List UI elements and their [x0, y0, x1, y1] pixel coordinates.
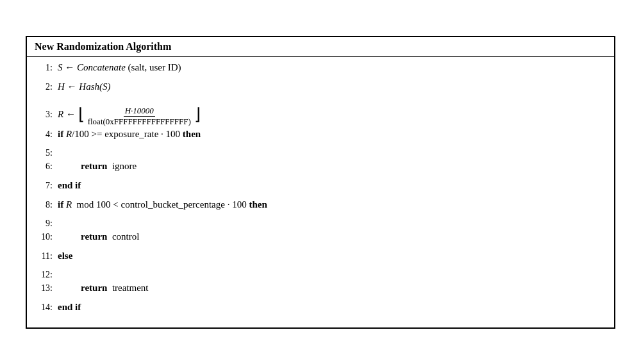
line13-space	[107, 283, 112, 294]
line-13: 13: return treatment	[35, 283, 606, 302]
line8-if: if	[58, 199, 63, 210]
line-num-4: 4:	[35, 129, 53, 140]
line4-100: 100	[166, 129, 183, 140]
line10-space	[107, 231, 112, 242]
line-7: 7: end if	[35, 180, 606, 199]
algorithm-title: New Randomization Algorithm	[27, 37, 614, 57]
line-1-content: S ← Concatenate (salt, user ID)	[58, 62, 181, 73]
line-8: 8: if R mod 100 < control_bucket_percent…	[35, 199, 606, 219]
line11-else: else	[58, 251, 72, 261]
floor-left-bracket: ⌊	[78, 106, 85, 123]
line13-val: treatment	[112, 283, 149, 294]
line-11-content: else	[58, 251, 72, 261]
line2-H: H	[58, 81, 65, 92]
line6-space	[107, 161, 112, 172]
line13-return: return	[81, 283, 107, 294]
line-3-content: R ← ⌊ H·10000 float(0xFFFFFFFFFFFFFFFF) …	[58, 104, 201, 124]
line-4-content: if R /100 >= exposure_rate · 100 then	[58, 129, 201, 140]
line-num-9: 9:	[35, 219, 53, 229]
floor-expression: ⌊ H·10000 float(0xFFFFFFFFFFFFFFFF) ⌋	[78, 104, 201, 125]
line-1: 1: S ← Concatenate (salt, user ID)	[35, 62, 606, 81]
line-2-content: H ← Hash(S)	[58, 81, 111, 92]
line4-if: if	[58, 129, 63, 140]
line8-100: 100	[232, 199, 249, 210]
line-num-1: 1:	[35, 63, 53, 73]
line-num-8: 8:	[35, 200, 53, 210]
line1-args: (salt, user ID)	[126, 62, 181, 73]
line-num-6: 6:	[35, 161, 53, 172]
line10-return: return	[81, 231, 107, 242]
floor-right-bracket: ⌋	[194, 106, 201, 123]
line-4: 4: if R /100 >= exposure_rate · 100 then	[35, 129, 606, 148]
line-8-content: if R mod 100 < control_bucket_percentage…	[58, 199, 267, 210]
algorithm-box: New Randomization Algorithm 1: S ← Conca…	[26, 36, 615, 329]
line10-val: control	[112, 231, 140, 242]
line-3: 3: R ← ⌊ H·10000 float(0xFFFFFFFFFFFFFFF…	[35, 101, 606, 129]
line-num-10: 10:	[35, 232, 53, 242]
line2-fn: Hash(S)	[79, 81, 110, 92]
line-14-content: end if	[58, 302, 81, 313]
line-14: 14: end if	[35, 302, 606, 321]
fraction: H·10000 float(0xFFFFFFFFFFFFFFFF)	[87, 106, 192, 126]
line-num-2: 2:	[35, 82, 53, 92]
line-9: 9:	[35, 219, 606, 231]
line-5: 5:	[35, 148, 606, 161]
line-num-13: 13:	[35, 283, 53, 294]
line14-end: end if	[58, 302, 81, 313]
line4-R: R	[66, 129, 72, 140]
line-num-3: 3:	[35, 110, 53, 120]
line1-S: S	[58, 62, 63, 73]
line4-dot: ·	[158, 129, 165, 140]
line-num-5: 5:	[35, 148, 53, 158]
line-10-content: return control	[81, 231, 139, 242]
line-13-content: return treatment	[81, 283, 149, 294]
line-10: 10: return control	[35, 231, 606, 251]
fraction-denominator: float(0xFFFFFFFFFFFFFFFF)	[87, 117, 192, 127]
line4-then: then	[183, 129, 201, 140]
line-num-11: 11:	[35, 251, 53, 261]
line8-cond: mod 100 < control_bucket_percentage	[72, 199, 225, 210]
line-6: 6: return ignore	[35, 161, 606, 180]
line-2: 2: H ← Hash(S)	[35, 81, 606, 101]
line3-R: R	[58, 109, 63, 120]
line8-then: then	[249, 199, 267, 210]
line-num-14: 14:	[35, 302, 53, 313]
line1-arrow: ←	[63, 62, 78, 73]
fraction-numerator: H·10000	[124, 106, 155, 117]
line1-fn: Concatenate	[77, 62, 126, 73]
line-num-7: 7:	[35, 181, 53, 191]
line-7-content: end if	[58, 180, 81, 191]
line2-arrow: ←	[65, 81, 79, 92]
algorithm-body: 1: S ← Concatenate (salt, user ID) 2: H …	[27, 57, 614, 327]
line7-end: end if	[58, 180, 81, 191]
line-12: 12:	[35, 270, 606, 283]
line-11: 11: else	[35, 251, 606, 270]
line8-dot: ·	[225, 199, 232, 210]
line8-R: R	[66, 199, 72, 210]
line-num-12: 12:	[35, 270, 53, 280]
line3-arrow: ←	[63, 109, 78, 120]
line6-val: ignore	[112, 161, 137, 172]
line6-return: return	[81, 161, 107, 172]
line-6-content: return ignore	[81, 161, 137, 172]
line4-cond: /100 >= exposure_rate	[72, 129, 158, 140]
